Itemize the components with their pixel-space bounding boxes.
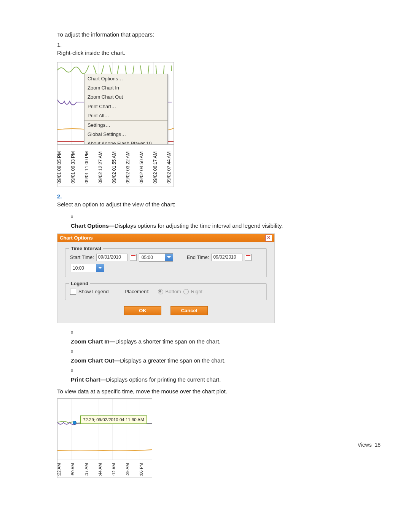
- show-legend-checkbox[interactable]: [70, 289, 76, 295]
- x-tick: :22 AM: [56, 471, 62, 476]
- menu-print-all[interactable]: Print All…: [84, 111, 167, 120]
- x-tick: 09/02 07:44 AM: [166, 178, 172, 184]
- x-tick: :17 AM: [84, 471, 89, 476]
- step-2-number: 2.: [57, 192, 68, 200]
- dialog-titlebar: Chart Options ✕: [57, 234, 274, 242]
- x-tick: :06 PM: [139, 471, 144, 476]
- chart-context-figure: Chart Options… Zoom Chart In Zoom Chart …: [57, 62, 174, 187]
- chart-line-orange: [57, 445, 152, 447]
- sub-marker: o: [71, 348, 80, 354]
- x-tick: 09/02 03:22 AM: [125, 178, 131, 184]
- placement-right-label: Right: [191, 288, 202, 295]
- calendar-icon[interactable]: [245, 254, 252, 261]
- x-tick: 09/01 11:00 PM: [84, 178, 90, 184]
- chart-x-axis: :22 AM :50 AM :17 AM :44 AM :12 AM :39 A…: [57, 460, 152, 478]
- ok-button[interactable]: OK: [124, 306, 161, 315]
- x-tick: :12 AM: [111, 471, 117, 476]
- chart-line-red: [57, 455, 152, 457]
- dialog-title: Chart Options: [60, 235, 93, 241]
- start-date-input[interactable]: 09/01/2010: [96, 254, 127, 261]
- fieldset-time-interval: Time Interval: [69, 245, 103, 252]
- close-icon[interactable]: ✕: [265, 235, 272, 241]
- placement-bottom-label: Bottom: [166, 288, 181, 295]
- intro-text: To adjust the information that appears:: [57, 30, 354, 38]
- x-tick: :44 AM: [97, 471, 103, 476]
- step-1-number: 1.: [57, 41, 68, 49]
- chevron-down-icon: [165, 254, 173, 261]
- x-tick: :39 AM: [125, 471, 131, 476]
- page-footer: Views 18: [358, 442, 381, 448]
- x-tick: 09/02 12:27 AM: [97, 178, 104, 184]
- menu-zoom-in[interactable]: Zoom Chart In: [84, 83, 167, 93]
- chart-tooltip: 72.29; 09/02/2010 04:11:30 AM: [80, 415, 147, 424]
- menu-chart-options[interactable]: Chart Options…: [84, 74, 167, 83]
- calendar-icon[interactable]: [130, 254, 137, 261]
- sub-marker: o: [71, 214, 80, 219]
- show-legend-label: Show Legend: [78, 288, 109, 295]
- placement-bottom-radio[interactable]: [158, 289, 163, 294]
- sub-print-chart: Print Chart—Displays options for printin…: [71, 375, 345, 383]
- menu-zoom-out[interactable]: Zoom Chart Out: [84, 93, 167, 102]
- end-time-dropdown[interactable]: 10:00: [70, 264, 104, 272]
- hover-note: To view data at a specific time, move th…: [57, 387, 354, 395]
- menu-settings[interactable]: Settings…: [84, 121, 167, 130]
- x-tick: 09/01 08:05 PM: [56, 178, 63, 184]
- chart-options-dialog: Chart Options ✕ Time Interval Start Time…: [57, 233, 275, 323]
- step-2-text: Select an option to adjust the view of t…: [57, 200, 343, 208]
- menu-print-chart[interactable]: Print Chart…: [84, 102, 167, 111]
- x-tick: :50 AM: [70, 471, 76, 476]
- start-time-dropdown[interactable]: 05:00: [139, 253, 173, 262]
- chart-context-menu[interactable]: Chart Options… Zoom Chart In Zoom Chart …: [84, 74, 168, 145]
- x-tick: 09/02 04:50 AM: [139, 178, 145, 184]
- sub-marker: o: [71, 367, 80, 373]
- menu-global-settings[interactable]: Global Settings…: [84, 130, 167, 139]
- chevron-down-icon: [96, 264, 104, 272]
- start-time-label: Start Time:: [70, 254, 94, 261]
- sub-zoom-in: Zoom Chart In—Displays a shorter time sp…: [71, 337, 345, 345]
- placement-label: Placement:: [125, 288, 150, 295]
- end-date-input[interactable]: 09/02/2010: [211, 254, 242, 261]
- menu-about-flash[interactable]: About Adobe Flash Player 10…: [84, 139, 167, 145]
- placement-right-radio[interactable]: [183, 289, 189, 294]
- x-tick: 09/02 06:17 AM: [152, 178, 159, 184]
- end-time-label: End Time:: [187, 254, 209, 261]
- x-tick: 09/01 09:33 PM: [70, 178, 76, 184]
- chart-hover-figure: 72.29; 09/02/2010 04:11:30 AM :22 AM :50…: [57, 398, 152, 478]
- sub-marker: o: [71, 329, 80, 335]
- sub-zoom-out: Zoom Chart Out—Displays a greater time s…: [71, 356, 345, 364]
- x-tick: 09/02 01:55 AM: [111, 178, 118, 184]
- sub-chart-options: Chart Options—Displays options for adjus…: [71, 222, 345, 230]
- chart-x-axis: 09/01 08:05 PM 09/01 09:33 PM 09/01 11:0…: [57, 145, 174, 187]
- cancel-button[interactable]: Cancel: [170, 306, 208, 315]
- step-1-text: Right-click inside the chart.: [57, 49, 343, 57]
- fieldset-legend: Legend: [69, 280, 90, 287]
